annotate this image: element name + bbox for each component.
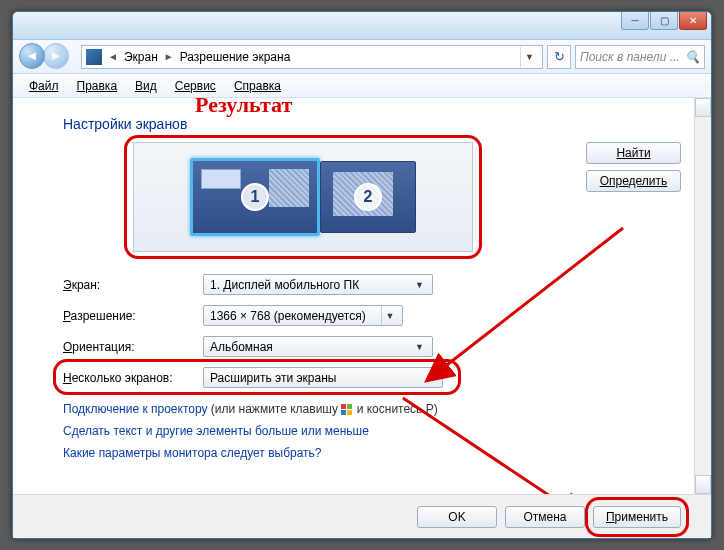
chevron-down-icon: ▼: [411, 337, 428, 356]
menu-help[interactable]: Справка: [226, 77, 289, 95]
monitor-number: 2: [354, 183, 382, 211]
apply-button[interactable]: Применить: [593, 506, 681, 528]
orientation-label: Ориентация:: [63, 340, 203, 354]
detect-button[interactable]: Определить: [586, 170, 681, 192]
screen-label: Экран:: [63, 278, 203, 292]
text-size-link[interactable]: Сделать текст и другие элементы больше и…: [63, 424, 553, 438]
breadcrumb[interactable]: ◄ Экран ► Разрешение экрана ▼: [81, 45, 543, 69]
breadcrumb-dropdown[interactable]: ▼: [520, 47, 538, 67]
find-button[interactable]: Найти: [586, 142, 681, 164]
titlebar: ─ ▢ ✕: [13, 12, 711, 40]
multi-display-label: Несколько экранов:: [63, 371, 203, 385]
breadcrumb-item[interactable]: Экран: [124, 50, 158, 64]
content-area: Настройки экранов 1 2 Найти Определить: [13, 98, 711, 494]
forward-button[interactable]: ►: [43, 43, 69, 69]
menu-file[interactable]: Файл: [21, 77, 67, 95]
menu-tools[interactable]: Сервис: [167, 77, 224, 95]
menu-view[interactable]: Вид: [127, 77, 165, 95]
control-panel-icon: [86, 49, 102, 65]
monitor-number: 1: [241, 183, 269, 211]
svg-rect-2: [341, 410, 346, 415]
scrollbar[interactable]: [694, 98, 711, 494]
search-placeholder: Поиск в панели ...: [580, 50, 680, 64]
chevron-down-icon: ▼: [421, 368, 438, 387]
cancel-button[interactable]: Отмена: [505, 506, 585, 528]
menu-edit[interactable]: Правка: [69, 77, 126, 95]
maximize-button[interactable]: ▢: [650, 12, 678, 30]
chevron-left-icon: ◄: [108, 51, 118, 62]
chevron-down-icon: ▼: [411, 275, 428, 294]
page-title: Настройки экранов: [63, 116, 681, 132]
monitor-preview[interactable]: 1 2: [133, 142, 473, 252]
orientation-dropdown[interactable]: Альбомная ▼: [203, 336, 433, 357]
monitor-params-link[interactable]: Какие параметры монитора следует выбрать…: [63, 446, 553, 460]
navbar: ◄ ► ◄ Экран ► Разрешение экрана ▼ ↻ Поис…: [13, 40, 711, 74]
svg-rect-1: [347, 404, 352, 409]
close-button[interactable]: ✕: [679, 12, 707, 30]
monitor-2[interactable]: 2: [320, 161, 416, 233]
search-input[interactable]: Поиск в панели ... 🔍: [575, 45, 705, 69]
resolution-label: Разрешение:: [63, 309, 203, 323]
svg-rect-3: [347, 410, 352, 415]
annotation-label: Результат: [195, 98, 292, 118]
ok-button[interactable]: OK: [417, 506, 497, 528]
search-icon: 🔍: [685, 50, 700, 64]
multi-display-dropdown[interactable]: Расширить эти экраны ▼: [203, 367, 443, 388]
resolution-dropdown[interactable]: 1366 × 768 (рекомендуется) ▼: [203, 305, 403, 326]
refresh-button[interactable]: ↻: [547, 45, 571, 69]
display-settings-window: ─ ▢ ✕ ◄ ► ◄ Экран ► Разрешение экрана ▼ …: [12, 11, 712, 539]
chevron-right-icon: ►: [164, 51, 174, 62]
back-button[interactable]: ◄: [19, 43, 45, 69]
screen-dropdown[interactable]: 1. Дисплей мобильного ПК ▼: [203, 274, 433, 295]
svg-rect-0: [341, 404, 346, 409]
projector-link[interactable]: Подключение к проектору (или нажмите кла…: [63, 402, 553, 416]
breadcrumb-item[interactable]: Разрешение экрана: [180, 50, 291, 64]
menubar: Файл Правка Вид Сервис Справка: [13, 74, 711, 98]
windows-key-icon: [341, 404, 353, 416]
footer: OK Отмена Применить: [13, 494, 711, 538]
minimize-button[interactable]: ─: [621, 12, 649, 30]
chevron-down-icon: ▼: [381, 306, 398, 325]
monitor-1[interactable]: 1: [190, 158, 320, 236]
